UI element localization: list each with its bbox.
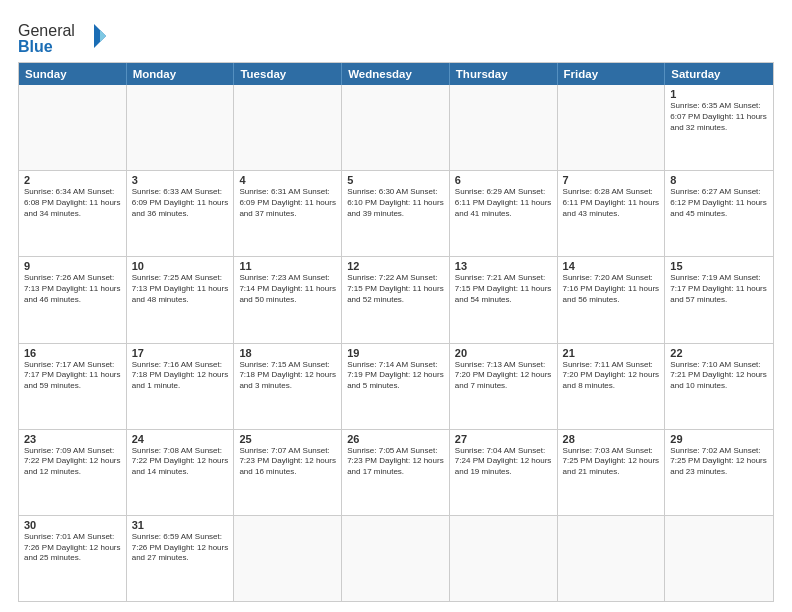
day-number: 20 — [455, 347, 552, 359]
calendar-cell: 24Sunrise: 7:08 AM Sunset: 7:22 PM Dayli… — [127, 430, 235, 515]
calendar-cell — [450, 516, 558, 601]
calendar-cell: 4Sunrise: 6:31 AM Sunset: 6:09 PM Daylig… — [234, 171, 342, 256]
day-info: Sunrise: 6:35 AM Sunset: 6:07 PM Dayligh… — [670, 101, 768, 133]
calendar-cell — [558, 516, 666, 601]
day-number: 15 — [670, 260, 768, 272]
day-number: 30 — [24, 519, 121, 531]
day-number: 12 — [347, 260, 444, 272]
calendar-cell: 2Sunrise: 6:34 AM Sunset: 6:08 PM Daylig… — [19, 171, 127, 256]
day-number: 27 — [455, 433, 552, 445]
day-info: Sunrise: 7:26 AM Sunset: 7:13 PM Dayligh… — [24, 273, 121, 305]
day-header-tuesday: Tuesday — [234, 63, 342, 85]
day-info: Sunrise: 7:25 AM Sunset: 7:13 PM Dayligh… — [132, 273, 229, 305]
day-number: 8 — [670, 174, 768, 186]
day-info: Sunrise: 6:27 AM Sunset: 6:12 PM Dayligh… — [670, 187, 768, 219]
day-number: 18 — [239, 347, 336, 359]
day-number: 5 — [347, 174, 444, 186]
day-info: Sunrise: 6:33 AM Sunset: 6:09 PM Dayligh… — [132, 187, 229, 219]
day-number: 29 — [670, 433, 768, 445]
day-number: 21 — [563, 347, 660, 359]
calendar-cell: 11Sunrise: 7:23 AM Sunset: 7:14 PM Dayli… — [234, 257, 342, 342]
calendar-row-0: 1Sunrise: 6:35 AM Sunset: 6:07 PM Daylig… — [19, 85, 773, 170]
calendar-cell: 25Sunrise: 7:07 AM Sunset: 7:23 PM Dayli… — [234, 430, 342, 515]
day-info: Sunrise: 7:22 AM Sunset: 7:15 PM Dayligh… — [347, 273, 444, 305]
calendar-body: 1Sunrise: 6:35 AM Sunset: 6:07 PM Daylig… — [19, 85, 773, 601]
day-number: 3 — [132, 174, 229, 186]
calendar-cell: 13Sunrise: 7:21 AM Sunset: 7:15 PM Dayli… — [450, 257, 558, 342]
calendar-cell — [450, 85, 558, 170]
calendar-cell — [127, 85, 235, 170]
calendar-cell: 6Sunrise: 6:29 AM Sunset: 6:11 PM Daylig… — [450, 171, 558, 256]
calendar-cell: 5Sunrise: 6:30 AM Sunset: 6:10 PM Daylig… — [342, 171, 450, 256]
calendar-cell: 19Sunrise: 7:14 AM Sunset: 7:19 PM Dayli… — [342, 344, 450, 429]
page: General Blue SundayMondayTuesdayWednesda… — [0, 0, 792, 612]
day-number: 6 — [455, 174, 552, 186]
day-info: Sunrise: 6:31 AM Sunset: 6:09 PM Dayligh… — [239, 187, 336, 219]
calendar-cell: 20Sunrise: 7:13 AM Sunset: 7:20 PM Dayli… — [450, 344, 558, 429]
day-number: 26 — [347, 433, 444, 445]
calendar-row-5: 30Sunrise: 7:01 AM Sunset: 7:26 PM Dayli… — [19, 515, 773, 601]
day-info: Sunrise: 7:14 AM Sunset: 7:19 PM Dayligh… — [347, 360, 444, 392]
calendar-cell: 21Sunrise: 7:11 AM Sunset: 7:20 PM Dayli… — [558, 344, 666, 429]
day-header-sunday: Sunday — [19, 63, 127, 85]
calendar-cell: 15Sunrise: 7:19 AM Sunset: 7:17 PM Dayli… — [665, 257, 773, 342]
day-info: Sunrise: 7:21 AM Sunset: 7:15 PM Dayligh… — [455, 273, 552, 305]
day-info: Sunrise: 6:34 AM Sunset: 6:08 PM Dayligh… — [24, 187, 121, 219]
calendar-row-2: 9Sunrise: 7:26 AM Sunset: 7:13 PM Daylig… — [19, 256, 773, 342]
calendar-row-3: 16Sunrise: 7:17 AM Sunset: 7:17 PM Dayli… — [19, 343, 773, 429]
calendar-cell — [558, 85, 666, 170]
day-number: 25 — [239, 433, 336, 445]
logo: General Blue — [18, 18, 108, 56]
calendar-cell: 16Sunrise: 7:17 AM Sunset: 7:17 PM Dayli… — [19, 344, 127, 429]
day-info: Sunrise: 6:59 AM Sunset: 7:26 PM Dayligh… — [132, 532, 229, 564]
day-info: Sunrise: 6:28 AM Sunset: 6:11 PM Dayligh… — [563, 187, 660, 219]
day-info: Sunrise: 7:07 AM Sunset: 7:23 PM Dayligh… — [239, 446, 336, 478]
day-info: Sunrise: 6:29 AM Sunset: 6:11 PM Dayligh… — [455, 187, 552, 219]
day-info: Sunrise: 7:05 AM Sunset: 7:23 PM Dayligh… — [347, 446, 444, 478]
svg-text:Blue: Blue — [18, 38, 53, 55]
day-number: 16 — [24, 347, 121, 359]
day-header-thursday: Thursday — [450, 63, 558, 85]
header: General Blue — [18, 18, 774, 56]
day-info: Sunrise: 7:11 AM Sunset: 7:20 PM Dayligh… — [563, 360, 660, 392]
calendar-cell — [665, 516, 773, 601]
day-info: Sunrise: 7:10 AM Sunset: 7:21 PM Dayligh… — [670, 360, 768, 392]
day-info: Sunrise: 7:04 AM Sunset: 7:24 PM Dayligh… — [455, 446, 552, 478]
calendar-cell: 1Sunrise: 6:35 AM Sunset: 6:07 PM Daylig… — [665, 85, 773, 170]
day-info: Sunrise: 7:08 AM Sunset: 7:22 PM Dayligh… — [132, 446, 229, 478]
calendar-cell: 10Sunrise: 7:25 AM Sunset: 7:13 PM Dayli… — [127, 257, 235, 342]
calendar-cell: 7Sunrise: 6:28 AM Sunset: 6:11 PM Daylig… — [558, 171, 666, 256]
day-number: 2 — [24, 174, 121, 186]
svg-marker-3 — [100, 30, 106, 42]
day-info: Sunrise: 7:09 AM Sunset: 7:22 PM Dayligh… — [24, 446, 121, 478]
day-number: 23 — [24, 433, 121, 445]
day-number: 4 — [239, 174, 336, 186]
calendar-cell: 22Sunrise: 7:10 AM Sunset: 7:21 PM Dayli… — [665, 344, 773, 429]
calendar-cell — [342, 85, 450, 170]
svg-text:General: General — [18, 22, 75, 39]
generalblue-logo-icon: General Blue — [18, 18, 108, 56]
calendar-cell: 3Sunrise: 6:33 AM Sunset: 6:09 PM Daylig… — [127, 171, 235, 256]
day-number: 24 — [132, 433, 229, 445]
day-header-monday: Monday — [127, 63, 235, 85]
calendar-cell — [234, 516, 342, 601]
day-number: 28 — [563, 433, 660, 445]
day-number: 17 — [132, 347, 229, 359]
calendar-cell: 27Sunrise: 7:04 AM Sunset: 7:24 PM Dayli… — [450, 430, 558, 515]
day-number: 22 — [670, 347, 768, 359]
calendar-cell — [234, 85, 342, 170]
calendar-cell: 8Sunrise: 6:27 AM Sunset: 6:12 PM Daylig… — [665, 171, 773, 256]
day-info: Sunrise: 7:03 AM Sunset: 7:25 PM Dayligh… — [563, 446, 660, 478]
calendar-cell: 28Sunrise: 7:03 AM Sunset: 7:25 PM Dayli… — [558, 430, 666, 515]
day-number: 13 — [455, 260, 552, 272]
day-info: Sunrise: 7:15 AM Sunset: 7:18 PM Dayligh… — [239, 360, 336, 392]
day-info: Sunrise: 7:20 AM Sunset: 7:16 PM Dayligh… — [563, 273, 660, 305]
calendar-cell: 29Sunrise: 7:02 AM Sunset: 7:25 PM Dayli… — [665, 430, 773, 515]
calendar-row-1: 2Sunrise: 6:34 AM Sunset: 6:08 PM Daylig… — [19, 170, 773, 256]
day-info: Sunrise: 7:16 AM Sunset: 7:18 PM Dayligh… — [132, 360, 229, 392]
day-header-wednesday: Wednesday — [342, 63, 450, 85]
day-number: 7 — [563, 174, 660, 186]
calendar-cell: 23Sunrise: 7:09 AM Sunset: 7:22 PM Dayli… — [19, 430, 127, 515]
day-info: Sunrise: 7:23 AM Sunset: 7:14 PM Dayligh… — [239, 273, 336, 305]
day-number: 11 — [239, 260, 336, 272]
